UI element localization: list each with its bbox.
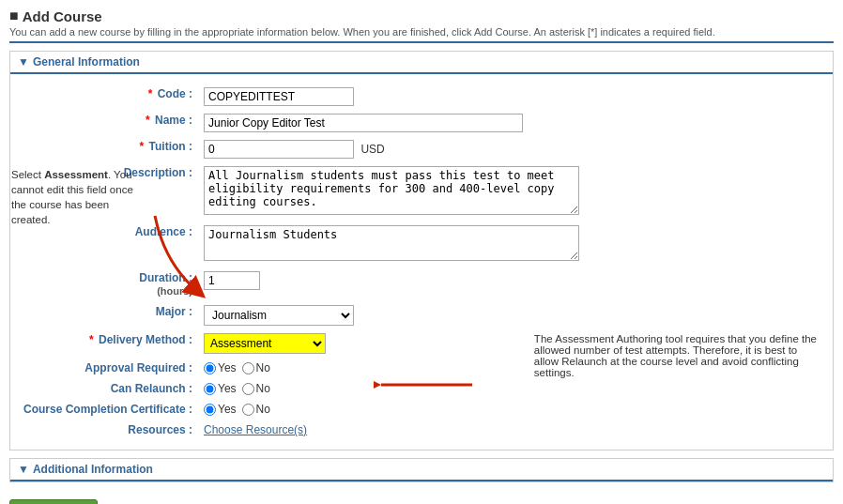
audience-label: Audience : xyxy=(18,221,198,267)
relaunch-yes-radio[interactable] xyxy=(204,383,216,395)
general-information-section: ▼ General Information * Code : * xyxy=(9,51,834,451)
resources-input-cell: Choose Resource(s) xyxy=(198,420,515,440)
tuition-required-star: * xyxy=(140,140,145,153)
duration-row: Duration : (hours) xyxy=(18,267,825,301)
can-relaunch-label: Can Relaunch : xyxy=(18,378,198,399)
code-input-cell xyxy=(198,84,515,110)
duration-input-cell xyxy=(198,267,515,301)
additional-information-section: ▼ Additional Information xyxy=(9,458,834,482)
certificate-yes-radio[interactable] xyxy=(204,404,216,416)
code-label: * Code : xyxy=(18,84,198,110)
name-input[interactable] xyxy=(204,114,523,132)
name-row: * Name : xyxy=(18,110,825,136)
duration-input[interactable] xyxy=(204,271,260,290)
major-label: Major : xyxy=(18,301,198,329)
page-title: ■ Add Course xyxy=(9,8,834,24)
relaunch-radio-group: Yes No xyxy=(204,382,510,395)
duration-label: Duration : (hours) xyxy=(18,267,198,301)
assessment-note: The Assessment Authoring tool requires t… xyxy=(515,329,825,420)
approval-yes-radio[interactable] xyxy=(204,362,216,374)
footer-body: Add Course Click here to save entry. xyxy=(0,490,843,504)
can-relaunch-input-cell: Yes No xyxy=(198,378,515,399)
page-subtitle: You can add a new course by filling in t… xyxy=(9,26,834,38)
approval-no-radio[interactable] xyxy=(242,362,254,374)
name-label: * Name : xyxy=(18,110,198,136)
name-required-star: * xyxy=(146,114,150,127)
usd-label: USD xyxy=(360,143,384,156)
additional-section-title: Additional Information xyxy=(33,463,153,476)
audience-row: Audience : Journalism Students xyxy=(18,221,825,267)
left-note: Select Assessment. You cannot edit this … xyxy=(11,167,150,227)
add-icon: ■ xyxy=(9,8,19,24)
delivery-method-label: * Delivery Method : xyxy=(18,329,198,358)
resources-row: Resources : Choose Resource(s) xyxy=(18,420,825,440)
resources-label: Resources : xyxy=(18,420,198,440)
tuition-input[interactable] xyxy=(204,140,354,159)
certificate-no-label[interactable]: No xyxy=(242,403,270,416)
approval-no-label[interactable]: No xyxy=(242,361,270,374)
code-required-star: * xyxy=(148,87,153,100)
tuition-input-cell: USD xyxy=(198,136,515,162)
audience-input-cell: Journalism Students xyxy=(198,221,825,267)
tuition-label: * Tuition : xyxy=(18,136,198,162)
certificate-radio-group: Yes No xyxy=(204,403,510,416)
hours-sublabel: (hours) xyxy=(157,285,192,297)
general-section-title: General Information xyxy=(33,55,140,69)
name-input-cell xyxy=(198,110,825,136)
header-separator xyxy=(9,41,834,43)
major-select[interactable]: Journalism English Communications Media … xyxy=(204,305,354,326)
general-section-body: * Code : * Name : xyxy=(10,74,833,450)
code-input[interactable] xyxy=(204,87,354,106)
completion-certificate-label: Course Completion Certificate : xyxy=(18,399,198,420)
description-input-cell: All Journalism students must pass this t… xyxy=(198,162,825,221)
audience-textarea[interactable]: Journalism Students xyxy=(204,225,579,261)
delivery-method-input-cell: Assessment Instructor-Led Online Blended xyxy=(198,329,515,358)
tuition-row: * Tuition : USD xyxy=(18,136,825,162)
delivery-required-star: * xyxy=(89,333,94,346)
additional-section-header: ▼ Additional Information xyxy=(10,459,833,481)
relaunch-no-radio[interactable] xyxy=(242,383,254,395)
approval-required-input-cell: Yes No xyxy=(198,358,515,378)
major-input-cell: Journalism English Communications Media … xyxy=(198,301,515,329)
major-row: Major : Journalism English Communication… xyxy=(18,301,825,329)
approval-radio-group: Yes No xyxy=(204,361,510,374)
code-row: * Code : xyxy=(18,84,825,110)
certificate-yes-label[interactable]: Yes xyxy=(204,403,237,416)
additional-collapse-icon[interactable]: ▼ xyxy=(18,463,29,476)
page-title-text: Add Course xyxy=(23,8,102,24)
general-section-header: ▼ General Information xyxy=(10,52,833,74)
section-collapse-icon[interactable]: ▼ xyxy=(18,55,29,69)
relaunch-no-label[interactable]: No xyxy=(242,382,270,395)
delivery-method-select[interactable]: Assessment Instructor-Led Online Blended xyxy=(204,333,326,354)
approval-required-label: Approval Required : xyxy=(18,358,198,378)
approval-yes-label[interactable]: Yes xyxy=(204,361,237,374)
form-table: * Code : * Name : xyxy=(18,84,825,440)
description-textarea[interactable]: All Journalism students must pass this t… xyxy=(204,166,579,215)
page-header: ■ Add Course You can add a new course by… xyxy=(0,0,843,41)
certificate-no-radio[interactable] xyxy=(242,404,254,416)
delivery-method-row: * Delivery Method : Assessment Instructo… xyxy=(18,329,825,358)
relaunch-yes-label[interactable]: Yes xyxy=(204,382,237,395)
add-course-button[interactable]: Add Course xyxy=(9,499,98,504)
resources-link[interactable]: Choose Resource(s) xyxy=(204,423,307,436)
completion-certificate-input-cell: Yes No xyxy=(198,399,515,420)
